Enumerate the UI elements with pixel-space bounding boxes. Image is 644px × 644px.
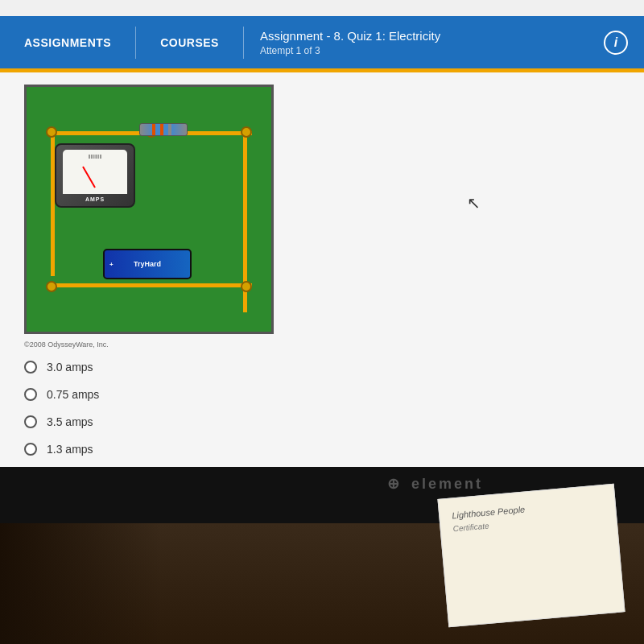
assignment-info: Assignment - 8. Quiz 1: Electricity Atte… [244, 29, 604, 56]
attempt-label: Attempt 1 of 3 [260, 45, 588, 56]
desk-shadow-left [0, 523, 161, 644]
quiz-option-2[interactable]: 0.75 amps [24, 388, 620, 401]
circuit-diagram: ||||||||||| AMPS + TryHard [24, 85, 274, 334]
main-content: ||||||||||| AMPS + TryHard ©2008 Odyssey… [0, 72, 644, 467]
resistor-stripe-3 [168, 124, 171, 135]
desk-paper-certificate: Lighthouse People Certificate [437, 484, 625, 628]
ammeter-needle [82, 166, 96, 188]
resistor [139, 123, 188, 136]
wire-bottom [51, 283, 252, 287]
ammeter: ||||||||||| AMPS [55, 143, 135, 208]
quiz-option-3[interactable]: 3.5 amps [24, 415, 620, 428]
ammeter-face: ||||||||||| [63, 150, 127, 194]
radio-button-1[interactable] [24, 361, 37, 374]
info-button[interactable]: i [604, 31, 628, 55]
battery-plus-sign: + [109, 261, 114, 268]
quiz-option-1[interactable]: 3.0 amps [24, 361, 620, 374]
copyright-text: ©2008 OdysseyWare, Inc. [24, 341, 620, 349]
quiz-option-4[interactable]: 1.3 amps [24, 443, 620, 456]
option-label-1: 3.0 amps [47, 361, 93, 374]
junction-dot-br [241, 281, 252, 292]
resistor-stripe-1 [152, 124, 155, 135]
radio-button-2[interactable] [24, 388, 37, 401]
junction-dot-bl [46, 281, 57, 292]
option-label-2: 0.75 amps [47, 388, 99, 401]
nav-courses-button[interactable]: COURSES [136, 16, 243, 68]
brand-logo-symbol: ⊕ [387, 476, 402, 492]
option-label-4: 1.3 amps [47, 443, 93, 456]
screen: ASSIGNMENTS COURSES Assignment - 8. Quiz… [0, 0, 644, 467]
battery: + TryHard [103, 249, 192, 279]
radio-button-4[interactable] [24, 443, 37, 456]
resistor-stripe-2 [160, 124, 163, 135]
battery-brand-label: TryHard [134, 260, 161, 268]
nav-assignments-button[interactable]: ASSIGNMENTS [0, 16, 135, 68]
junction-dot-tl [46, 126, 57, 138]
option-label-3: 3.5 amps [47, 415, 93, 428]
ammeter-label: AMPS [85, 196, 105, 202]
assignment-title: Assignment - 8. Quiz 1: Electricity [260, 29, 588, 43]
radio-button-3[interactable] [24, 415, 37, 428]
ammeter-scale: ||||||||||| [63, 154, 127, 159]
desk-surface: Lighthouse People Certificate [0, 523, 644, 644]
monitor-brand-label: ⊕ element [387, 475, 483, 493]
junction-dot-tr [241, 126, 252, 138]
nav-bar: ASSIGNMENTS COURSES Assignment - 8. Quiz… [0, 16, 644, 68]
